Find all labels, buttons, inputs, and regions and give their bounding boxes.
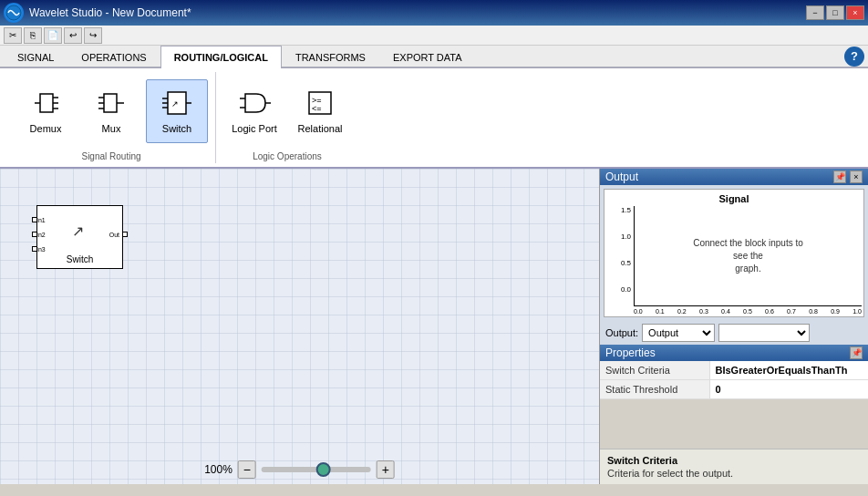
port-in1-label: In1 [36,217,46,223]
properties-panel: Properties 📌 Switch Criteria BIsGreaterO… [600,345,868,484]
svg-rect-9 [104,94,117,112]
xaxis-0.9: 0.9 [831,308,840,315]
port-in2[interactable]: In2 [32,232,37,237]
main-area: In1 In2 In3 Out ↗ Switch 100% − [0,169,868,484]
logic-port-icon [238,87,271,119]
zoom-percentage: 100% [204,463,232,476]
logic-port-button[interactable]: Logic Port [223,79,285,143]
mux-label: Mux [102,123,121,135]
yaxis-0.5: 0.5 [621,259,631,267]
toolbar-actions: ✂ ⎘ 📄 ↩ ↪ [0,26,868,46]
xaxis-0.7: 0.7 [787,308,796,315]
tab-routing[interactable]: ROUTING/LOGICAL [160,46,282,68]
ribbon-items-routing: Demux Mux [15,74,208,148]
xaxis-1.0: 1.0 [852,308,862,315]
port-in1[interactable]: In1 [32,217,37,222]
app-logo [4,3,24,23]
table-row: Switch Criteria BIsGreaterOrEqualsThanTh [600,361,868,380]
port-out-label: Out [109,232,119,238]
prop-key-1: Static Threshold [600,380,709,399]
help-button[interactable]: ? [844,46,864,67]
demux-label: Demux [30,123,62,135]
output-select-right[interactable] [718,324,810,342]
properties-title: Properties [605,346,656,359]
zoom-plus-button[interactable]: + [377,460,395,479]
relational-label: Relational [298,123,343,135]
output-selector: Output: Output [600,321,868,345]
svg-text:↗: ↗ [171,99,179,108]
block-label: Switch [37,254,122,264]
signal-routing-label: Signal Routing [15,148,208,161]
tab-export[interactable]: EXPORT DATA [379,46,476,68]
port-in3[interactable]: In3 [32,246,37,252]
chart-title: Signal [606,191,862,206]
titlebar: Wavelet Studio - New Document* − □ × [0,0,868,26]
relational-button[interactable]: >= <= Relational [289,79,351,143]
cut-button[interactable]: ✂ [4,27,22,44]
properties-header: Properties 📌 [600,345,868,361]
logic-port-label: Logic Port [232,123,277,135]
copy-button[interactable]: ⎘ [24,27,42,44]
demux-button[interactable]: Demux [15,79,77,143]
titlebar-left: Wavelet Studio - New Document* [4,3,191,23]
switch-button[interactable]: ↗ Switch [146,79,208,143]
prop-value-0: BIsGreaterOrEqualsThanTh [709,361,868,380]
chart-yaxis: 1.5 1.0 0.5 0.0 [606,206,634,306]
output-header: Output 📌 × [600,169,868,185]
xaxis-0.6: 0.6 [765,308,774,315]
chart-area: 1.5 1.0 0.5 0.0 Connect the block inputs… [606,206,862,306]
right-panel: Output 📌 × Signal 1.5 1.0 0.5 0.0 [599,169,868,484]
prop-value-1: 0 [709,380,868,399]
yaxis-1.5: 1.5 [621,206,631,214]
mux-button[interactable]: Mux [80,79,142,143]
xaxis-0.8: 0.8 [809,308,818,315]
ribbon: Demux Mux [0,68,868,169]
redo-button[interactable]: ↪ [84,27,102,44]
close-button[interactable]: × [846,5,864,20]
output-label: Output: [605,327,638,338]
zoom-bar: 100% − + [204,460,395,479]
maximize-button[interactable]: □ [826,5,844,20]
relational-icon: >= <= [304,87,336,119]
switch-block[interactable]: In1 In2 In3 Out ↗ Switch [36,205,123,269]
zoom-slider-thumb[interactable] [316,462,331,477]
window-title: Wavelet Studio - New Document* [29,6,191,19]
output-pin-button[interactable]: 📌 [833,170,846,183]
port-in2-label: In2 [36,232,46,238]
output-select-left[interactable]: Output [642,324,715,342]
output-title: Output [605,170,638,183]
output-header-buttons: 📌 × [833,170,863,183]
minimize-button[interactable]: − [806,5,824,20]
yaxis-1.0: 1.0 [621,232,631,241]
switch-label: Switch [162,123,191,135]
new-button[interactable]: 📄 [44,27,62,44]
properties-pin-button[interactable]: 📌 [850,346,863,359]
port-out[interactable]: Out [122,232,128,237]
output-panel: Output 📌 × Signal 1.5 1.0 0.5 0.0 [600,169,868,345]
chart-container: Signal 1.5 1.0 0.5 0.0 Connect the block… [604,189,864,317]
undo-button[interactable]: ↩ [64,27,82,44]
tab-operations[interactable]: OPERATIONS [67,46,160,68]
zoom-slider[interactable] [262,467,371,472]
chart-xaxis: 0.0 0.1 0.2 0.3 0.4 0.5 0.6 0.7 0.8 0.9 … [606,306,862,315]
zoom-minus-button[interactable]: − [238,460,256,479]
canvas-area[interactable]: In1 In2 In3 Out ↗ Switch 100% − [0,169,599,484]
output-close-button[interactable]: × [850,170,863,183]
tab-signal[interactable]: SIGNAL [4,46,67,68]
demux-icon [29,87,62,119]
bottom-info: Switch Criteria Criteria for select the … [600,449,868,484]
chart-main: Connect the block inputs to see the grap… [634,206,862,306]
ribbon-items-logic: Logic Port >= <= Relational [223,74,351,148]
switch-symbol: ↗ [72,222,84,240]
switch-icon: ↗ [160,87,193,119]
xaxis-0.2: 0.2 [677,308,687,315]
logic-operations-label: Logic Operations [223,148,351,161]
xaxis-0.5: 0.5 [743,308,752,315]
bottom-info-title: Switch Criteria [607,455,861,466]
tab-transforms[interactable]: TRANSFORMS [282,46,379,68]
xaxis-0.1: 0.1 [656,308,665,315]
window-controls: − □ × [806,5,864,20]
xaxis-0.4: 0.4 [721,308,730,315]
ribbon-group-logic: Logic Port >= <= Relational Logic Operat… [216,72,358,163]
chart-message: Connect the block inputs to see the grap… [691,237,805,275]
